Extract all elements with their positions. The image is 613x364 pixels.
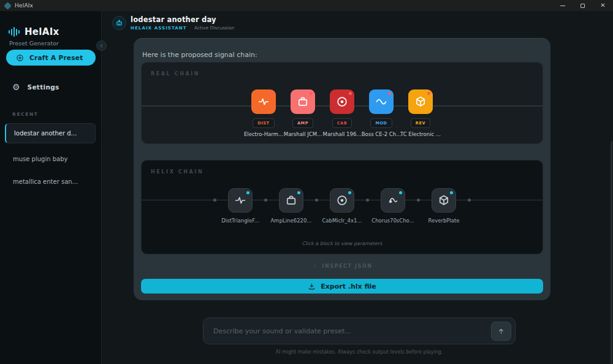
conversation-title: lodestar another day: [131, 15, 216, 24]
block-label: TC Electronic ...: [400, 131, 441, 137]
assistant-label: HELAIX ASSISTANT: [131, 26, 187, 31]
block-label: Electro-Harm...: [244, 131, 283, 137]
disclaimer-text: AI might make mistakes. Always check out…: [203, 349, 516, 355]
wave-icon: [375, 96, 387, 108]
inspect-json-toggle[interactable]: INSPECT JSON: [134, 263, 550, 269]
helix-chain-panel: HELIX CHAIN DistTriangleF...AmpLine6220.…: [141, 160, 543, 254]
helix-chain-block[interactable]: DistTriangleF...: [223, 188, 258, 224]
recent-item[interactable]: lodestar another d...: [5, 123, 96, 143]
message-intro: Here is the proposed signal chain:: [142, 51, 257, 59]
app-logo: HelAIx: [9, 26, 59, 37]
recent-item[interactable]: muse plugin baby: [5, 151, 96, 167]
close-button[interactable]: ✕: [593, 0, 613, 11]
maximize-button[interactable]: [573, 0, 593, 11]
subtitle-separator: ·: [190, 26, 191, 31]
chevron-left-icon: [99, 43, 104, 48]
recent-item[interactable]: metallica enter san...: [5, 173, 96, 189]
helix-chain-block[interactable]: AmpLine6220...: [273, 188, 309, 224]
titlebar: HelAIx ✕: [0, 0, 613, 11]
assistant-avatar: [112, 16, 126, 30]
composer: [203, 317, 516, 344]
block-tile: [330, 188, 354, 213]
connector-dot: [213, 199, 216, 202]
status-dot: [450, 191, 453, 194]
conversation-subtitle: HELAIX ASSISTANT · Active Discussion: [131, 25, 234, 31]
block-tile: [330, 89, 354, 114]
real-chain-block-cab[interactable]: CABMarshall 196...: [322, 89, 362, 137]
real-chain-block-mod[interactable]: MODBoss CE-2 Ch...: [362, 89, 401, 137]
titlebar-app-name: HelAIx: [15, 2, 33, 9]
block-label: Marshall JCM...: [284, 131, 322, 137]
real-chain-panel: REAL CHAIN DISTElectro-Harm...AMPMarshal…: [141, 62, 543, 144]
real-chain-block-rev[interactable]: REVTC Electronic ...: [401, 89, 440, 137]
settings-label: Settings: [28, 83, 59, 91]
connector-dot: [264, 199, 267, 202]
app-tagline: Preset Generator: [9, 40, 59, 47]
block-tile: [408, 89, 433, 114]
block-tile: [369, 89, 394, 114]
recent-list: lodestar another d...muse plugin babymet…: [5, 123, 96, 196]
block-label: AmpLine6220...: [271, 218, 312, 224]
minimize-icon: [560, 6, 565, 6]
helix-chain-blocks: DistTriangleF...AmpLine6220...CabMicIr_4…: [142, 188, 543, 224]
real-chain-blocks: DISTElectro-Harm...AMPMarshall JCM...CAB…: [142, 89, 543, 137]
sidebar-item-settings[interactable]: ⚙ Settings: [12, 83, 59, 91]
maximize-icon: [581, 4, 585, 8]
minimize-button[interactable]: [552, 0, 573, 11]
real-chain-title: REAL CHAIN: [151, 71, 200, 77]
window-controls: ✕: [552, 0, 613, 11]
export-hlx-button[interactable]: Export .hlx file: [141, 279, 543, 294]
status-dot: [310, 92, 313, 95]
real-chain-block-dist[interactable]: DISTElectro-Harm...: [244, 89, 283, 137]
amp-icon: [297, 96, 309, 108]
prompt-input[interactable]: [213, 318, 483, 344]
conversation-header: lodestar another day HELAIX ASSISTANT · …: [102, 11, 613, 36]
gear-icon: ⚙: [12, 83, 20, 91]
category-badge: REV: [411, 118, 430, 128]
close-icon: ✕: [600, 2, 605, 9]
waveform-icon: [9, 27, 20, 37]
app-icon: [4, 2, 12, 10]
chat-area: Here is the proposed signal chain: REAL …: [102, 36, 613, 364]
chorus-icon: [387, 194, 399, 207]
status-dot: [399, 191, 402, 194]
arrow-up-icon: [497, 327, 505, 335]
block-label: Boss CE-2 Ch...: [362, 131, 402, 137]
logo-text: HelAIx: [25, 26, 59, 37]
status-dot: [348, 191, 351, 194]
assistant-message-panel: Here is the proposed signal chain: REAL …: [134, 38, 550, 300]
status-dot: [246, 191, 249, 194]
helix-chain-block[interactable]: Chorus70sCho...: [375, 188, 411, 224]
send-button[interactable]: [491, 322, 511, 341]
connector-dot: [417, 199, 420, 202]
category-badge: DIST: [253, 118, 274, 128]
download-icon: [308, 282, 316, 290]
activity-icon: [234, 194, 246, 207]
status-dot: [427, 92, 430, 95]
robot-icon: [115, 19, 123, 27]
app-window: HelAIx ✕ HelAIx Preset Generator Craft A…: [0, 0, 613, 364]
inspect-json-label: INSPECT JSON: [322, 264, 372, 269]
cube-icon: [438, 194, 450, 207]
block-label: Marshall 196...: [323, 131, 362, 137]
cab-icon: [336, 194, 348, 207]
recent-section-label: RECENT: [12, 112, 39, 117]
connector-dot: [366, 199, 369, 202]
helix-chain-block[interactable]: CabMicIr_4x1...: [324, 188, 360, 224]
block-tile: [279, 188, 303, 213]
sidebar: HelAIx Preset Generator Craft A Preset ⚙…: [0, 11, 102, 364]
scrollbar[interactable]: [611, 141, 612, 364]
real-chain-block-amp[interactable]: AMPMarshall JCM...: [283, 89, 322, 137]
status-dot: [388, 92, 391, 95]
sidebar-collapse-button[interactable]: [96, 40, 107, 51]
amp-icon: [285, 194, 297, 207]
category-badge: MOD: [370, 118, 392, 128]
block-tile: [381, 188, 405, 213]
status-dot: [349, 92, 352, 95]
craft-a-preset-button[interactable]: Craft A Preset: [6, 50, 96, 66]
status-dot: [270, 92, 273, 95]
helix-chain-block[interactable]: ReverbPlate: [426, 188, 462, 224]
block-label: DistTriangleF...: [221, 218, 259, 224]
block-tile: [291, 89, 315, 114]
connector-dot: [468, 199, 471, 202]
